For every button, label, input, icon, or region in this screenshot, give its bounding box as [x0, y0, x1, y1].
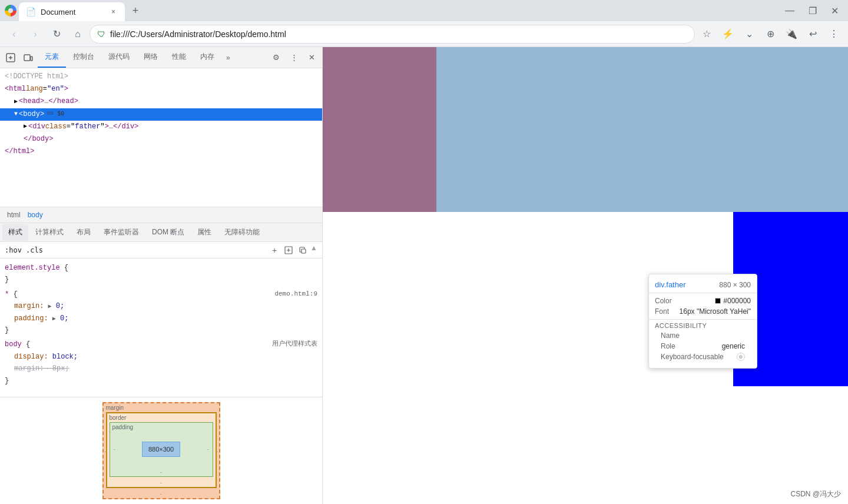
popup-keyboard-key: Keyboard-focusable — [661, 353, 724, 361]
html-tree: <!DOCTYPE html> <html lang="en"> ▶ <head… — [0, 68, 322, 207]
popup-color-row: Color #000000 — [649, 296, 757, 306]
security-icon: 🛡 — [97, 29, 105, 39]
minimize-button[interactable]: — — [780, 3, 799, 18]
tab-title: Document — [41, 8, 104, 16]
color-swatch[interactable] — [715, 298, 721, 304]
svg-rect-1 — [24, 55, 30, 61]
back-button[interactable]: ‹ — [5, 25, 24, 44]
css-prop-padding: padding: ▶ 0; — [14, 313, 317, 324]
popup-keyboard-val: ⊗ — [737, 353, 745, 361]
keyboard-focusable-icon: ⊗ — [737, 353, 745, 361]
bookmark-button[interactable]: ☆ — [697, 25, 716, 44]
css-selector-body: body — [5, 340, 22, 349]
extension-button[interactable]: 🔌 — [782, 25, 801, 44]
style-tab-accessibility[interactable]: 无障碍功能 — [218, 224, 266, 241]
close-button[interactable]: ✕ — [826, 3, 843, 19]
popup-header: div.father 880 × 300 — [649, 279, 757, 293]
toggle-shadow-button[interactable] — [296, 244, 309, 257]
style-tab-listeners[interactable]: 事件监听器 — [98, 224, 145, 241]
padding-label: padding — [110, 423, 213, 432]
tree-doctype: <!DOCTYPE html> — [0, 71, 322, 83]
new-tab-button[interactable]: + — [127, 2, 144, 19]
popup-class-name: div.father — [655, 280, 686, 289]
box-model: margin border padding - — [102, 402, 220, 499]
devtools-settings-button[interactable]: ⚙ — [268, 49, 284, 66]
devtools-toolbar: 元素 控制台 源代码 网络 性能 内存 » ⚙ ⋮ ✕ — [0, 47, 322, 68]
breadcrumb: html body — [0, 207, 322, 223]
new-style-rule-button[interactable] — [282, 244, 295, 257]
popup-role-val: generic — [722, 342, 745, 350]
main-area: 元素 控制台 源代码 网络 性能 内存 » ⚙ ⋮ ✕ <!DOCTYPE ht… — [0, 47, 848, 504]
tree-body[interactable]: ▼ <body> == $0 — [0, 108, 322, 121]
lightning-icon[interactable]: ⚡ — [718, 25, 737, 44]
style-tab-computed[interactable]: 计算样式 — [29, 224, 69, 241]
content-box: 880×300 — [142, 442, 180, 457]
url-text: file:///C:/Users/Administrator/Desktop/d… — [110, 29, 687, 39]
css-selector-element: element.style — [5, 264, 60, 272]
window-controls: — ❐ ✕ — [780, 3, 843, 19]
tab-elements[interactable]: 元素 — [38, 47, 66, 68]
margin-label: margin — [104, 403, 219, 412]
style-tab-dom-breakpoints[interactable]: DOM 断点 — [146, 224, 190, 241]
reload-button[interactable]: ↻ — [47, 25, 66, 44]
filter-input[interactable] — [5, 246, 266, 254]
css-prop-display: display: block; — [14, 351, 317, 363]
css-source-universal[interactable]: demo.html:9 — [274, 289, 317, 300]
address-bar[interactable]: 🛡 file:///C:/Users/Administrator/Desktop… — [90, 25, 695, 44]
popup-font-val: 16px "Microsoft YaHei" — [680, 307, 751, 316]
popup-color-key: Color — [655, 297, 672, 305]
style-tab-styles[interactable]: 样式 — [2, 224, 28, 241]
page-preview: div.father 880 × 300 Color #000000 Font … — [323, 47, 848, 504]
style-tab-layout[interactable]: 布局 — [71, 224, 97, 241]
tree-body-close: </body> — [0, 133, 322, 145]
tree-html-close: </html> — [0, 145, 322, 158]
tab-memory[interactable]: 内存 — [193, 47, 221, 68]
tree-div-father[interactable]: ▶ <div class="father">…</div> — [0, 121, 322, 133]
popup-color-val: #000000 — [715, 297, 751, 305]
inspect-button[interactable] — [2, 49, 19, 66]
more-nav-button[interactable]: ⌄ — [740, 25, 758, 44]
css-prop-margin-strikethrough: margin:→ 8px; — [14, 363, 317, 374]
home-button[interactable]: ⌂ — [68, 25, 87, 44]
tree-html[interactable]: <html lang="en"> — [0, 83, 322, 95]
add-style-button[interactable]: + — [268, 244, 281, 257]
tab-performance[interactable]: 性能 — [165, 47, 193, 68]
tree-head[interactable]: ▶ <head>…</head> — [0, 95, 322, 108]
css-source-body: 用户代理样式表 — [272, 339, 317, 350]
style-pane-tabs: 样式 计算样式 布局 事件监听器 DOM 断点 属性 无障碍功能 — [0, 223, 322, 242]
devtools-tabs: 元素 控制台 源代码 网络 性能 内存 » — [38, 47, 267, 68]
filter-actions: + ▲ — [268, 244, 317, 257]
tab-more-button[interactable]: » — [221, 54, 235, 62]
css-rule-universal: * { demo.html:9 margin: ▶ 0; padding: ▶ … — [0, 287, 322, 338]
box-model-section: margin border padding - — [0, 397, 322, 504]
popup-name-row: Name — [655, 330, 751, 341]
devtools-panel: 元素 控制台 源代码 网络 性能 内存 » ⚙ ⋮ ✕ <!DOCTYPE ht… — [0, 47, 323, 504]
devtools-more-button[interactable]: ⋮ — [286, 49, 302, 66]
breadcrumb-html[interactable]: html — [5, 210, 23, 220]
devtools-close-button[interactable]: ✕ — [303, 49, 320, 66]
rotate-button[interactable]: ↩ — [803, 25, 822, 44]
tab-sources[interactable]: 源代码 — [101, 47, 137, 68]
tab-close-button[interactable]: × — [109, 6, 118, 17]
tab-console[interactable]: 控制台 — [66, 47, 101, 68]
watermark: CSDN @冯大少 — [790, 489, 841, 499]
browser-icon — [5, 5, 16, 16]
popup-accessibility-title: ACCESSIBILITY — [655, 322, 751, 329]
settings-button[interactable]: ⊕ — [761, 25, 780, 44]
breadcrumb-body[interactable]: body — [25, 210, 45, 220]
css-selector-universal: * — [5, 290, 9, 299]
filter-bar: + ▲ — [0, 242, 322, 258]
tab-network[interactable]: 网络 — [137, 47, 165, 68]
style-tab-properties[interactable]: 属性 — [191, 224, 217, 241]
popup-keyboard-row: Keyboard-focusable ⊗ — [655, 352, 751, 362]
menu-button[interactable]: ⋮ — [824, 25, 843, 44]
device-toggle-button[interactable] — [20, 49, 37, 66]
scroll-indicator: ▲ — [310, 244, 317, 257]
popup-accessibility-section: ACCESSIBILITY Name Role generic Keyboard… — [649, 319, 757, 363]
restore-button[interactable]: ❐ — [804, 3, 822, 19]
browser-tab[interactable]: 📄 Document × — [19, 2, 125, 21]
forward-button[interactable]: › — [26, 25, 45, 44]
preview-mauve-box — [323, 47, 436, 212]
svg-rect-2 — [31, 57, 32, 61]
svg-rect-5 — [302, 249, 306, 253]
